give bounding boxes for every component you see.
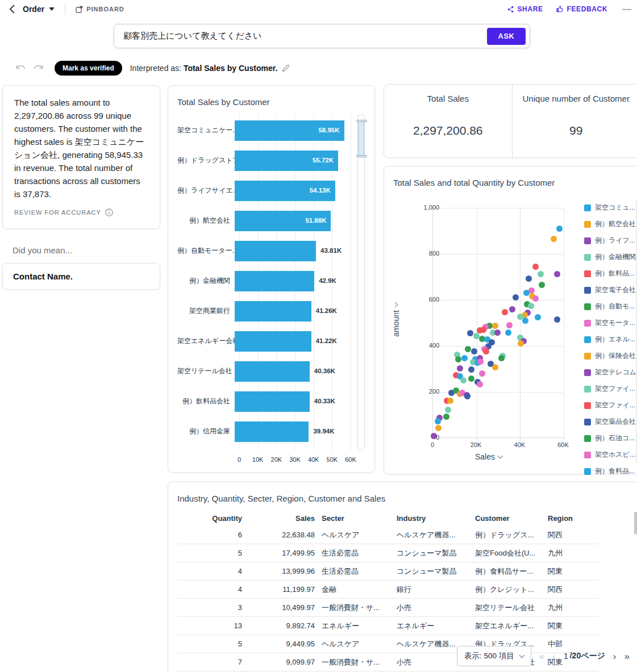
bar[interactable]: 51.88K <box>235 211 331 231</box>
bar[interactable] <box>235 391 310 412</box>
scatter-point[interactable] <box>506 322 513 328</box>
scatter-point[interactable] <box>494 329 501 336</box>
scatter-point[interactable] <box>464 393 471 399</box>
did-you-mean-suggestion[interactable]: Contact Name. <box>2 263 160 290</box>
scatter-point[interactable] <box>479 370 485 377</box>
legend-item[interactable]: 例）ライフ... <box>584 232 636 249</box>
scatter-point[interactable] <box>461 355 468 361</box>
scatter-point[interactable] <box>502 309 508 315</box>
scatter-point[interactable] <box>445 407 451 413</box>
scatter-point[interactable] <box>468 375 474 382</box>
scatter-point[interactable] <box>526 276 532 282</box>
legend-item[interactable]: 架空モータ... <box>584 315 636 331</box>
bar[interactable]: 58.95K <box>235 120 344 141</box>
table-scrollbar-thumb[interactable] <box>634 512 637 535</box>
scatter-point[interactable] <box>532 264 539 270</box>
scatter-point[interactable] <box>492 364 498 370</box>
legend-item[interactable]: 架空ホスピ... <box>584 446 636 463</box>
bar[interactable] <box>235 301 311 322</box>
info-icon[interactable] <box>105 208 113 216</box>
scatter-point[interactable] <box>483 348 489 354</box>
scatter-point[interactable] <box>551 236 557 242</box>
mark-as-verified-button[interactable]: Mark as verified <box>55 61 122 76</box>
legend-item[interactable]: 架空コミュ... <box>584 199 636 216</box>
bar[interactable] <box>235 241 316 261</box>
legend-item[interactable]: 架空電子会社 <box>584 282 636 298</box>
legend-item[interactable]: 架空ファイ... <box>584 397 636 414</box>
scatter-point[interactable] <box>522 318 528 324</box>
current-page[interactable]: 1 <box>564 652 568 661</box>
scatter-point[interactable] <box>539 282 545 288</box>
feedback-button[interactable]: FEEDBACK <box>556 5 607 13</box>
y-axis-title[interactable]: amount <box>392 303 401 337</box>
redo-icon[interactable] <box>32 63 44 73</box>
legend-item[interactable]: 例）保険会社 <box>584 348 636 364</box>
legend-item[interactable]: 架空テレコム <box>584 364 636 381</box>
scatter-point[interactable] <box>509 306 515 312</box>
prev-page-button[interactable]: ‹ <box>552 652 556 661</box>
scrollbar-thumb[interactable] <box>358 120 364 157</box>
scatter-point[interactable] <box>457 365 463 372</box>
last-page-button[interactable]: » <box>624 652 630 661</box>
scatter-point[interactable] <box>554 271 560 277</box>
back-icon[interactable] <box>6 3 18 15</box>
scatter-point[interactable] <box>554 316 560 323</box>
legend-item[interactable]: 例）飲料品... <box>584 265 636 282</box>
scatter-point[interactable] <box>468 366 474 373</box>
legend-item[interactable]: 例）航空会社 <box>584 216 636 232</box>
scatter-point[interactable] <box>518 340 524 347</box>
scatter-point[interactable] <box>477 381 483 387</box>
scatter-point[interactable] <box>435 425 442 431</box>
scatter-point[interactable] <box>505 329 511 336</box>
bar[interactable] <box>235 331 311 352</box>
first-page-button[interactable]: « <box>539 652 544 661</box>
scatter-point[interactable] <box>532 295 539 302</box>
edit-icon[interactable] <box>282 64 290 72</box>
legend-item[interactable]: 例）食料品... <box>584 463 636 479</box>
legend-item[interactable]: 架空薬品会社 <box>584 414 636 430</box>
legend-item[interactable]: 例）金融機関 <box>584 249 636 265</box>
scatter-point[interactable] <box>538 271 544 277</box>
legend-item[interactable]: 架空ファイ... <box>584 381 636 397</box>
scatter-point[interactable] <box>556 226 563 232</box>
scatter-point[interactable] <box>528 303 534 309</box>
bar[interactable]: 55.72K <box>235 151 338 171</box>
bar[interactable] <box>235 421 309 442</box>
legend-item[interactable]: 例）自動モ... <box>584 298 636 315</box>
bar[interactable]: 54.13K <box>235 181 335 201</box>
scatter-point[interactable] <box>460 377 467 383</box>
scatter-point[interactable] <box>465 346 471 352</box>
scroll-grip-bottom[interactable] <box>356 155 367 157</box>
search-input[interactable]: 顧客別売上について教えてください <box>123 31 487 41</box>
chevron-down-icon[interactable] <box>49 7 55 11</box>
scatter-point[interactable] <box>498 355 505 361</box>
next-page-button[interactable]: › <box>613 652 617 661</box>
page-size-select[interactable]: 表示: 500 項目 <box>457 646 531 666</box>
scatter-point[interactable] <box>492 323 498 329</box>
column-header[interactable]: Secter <box>318 511 393 526</box>
column-header[interactable]: Quantity <box>177 511 245 526</box>
bar[interactable] <box>235 361 310 382</box>
legend-item[interactable]: 例）エネル... <box>584 331 636 348</box>
legend-item[interactable]: 例）石油コ... <box>584 430 636 446</box>
scatter-point[interactable] <box>480 327 486 333</box>
scatter-point[interactable] <box>443 414 449 420</box>
undo-icon[interactable] <box>15 63 27 73</box>
x-axis-title[interactable]: Sales <box>475 452 502 461</box>
pinboard-button[interactable]: PINBOARD <box>76 6 124 13</box>
scatter-point[interactable] <box>435 418 441 424</box>
share-button[interactable]: SHARE <box>507 5 543 13</box>
column-header[interactable]: Region <box>544 511 598 526</box>
scatter-point[interactable] <box>535 314 541 320</box>
scatter-point[interactable] <box>455 356 461 362</box>
scatter-point[interactable] <box>447 398 453 404</box>
scatter-point[interactable] <box>477 358 484 365</box>
column-header[interactable]: Sales <box>245 511 318 526</box>
column-header[interactable]: Industry <box>393 511 472 526</box>
minimize-icon[interactable]: — <box>622 4 631 14</box>
bar[interactable] <box>235 271 314 291</box>
scroll-grip-top[interactable] <box>356 120 367 122</box>
column-header[interactable]: Customer <box>472 511 544 526</box>
chart-range-scrollbar[interactable] <box>357 114 365 450</box>
ask-button[interactable]: ASK <box>487 28 526 45</box>
